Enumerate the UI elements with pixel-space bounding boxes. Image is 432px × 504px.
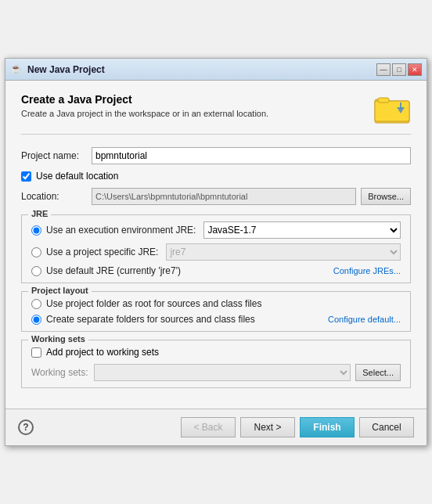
location-input [92, 188, 356, 205]
header-text: Create a Java Project Create a Java proj… [21, 93, 268, 118]
layout-option1-label: Use project folder as root for sources a… [46, 298, 261, 309]
jre-environment-select[interactable]: JavaSE-1.7 JavaSE-1.6 JavaSE-1.5 [203, 221, 401, 239]
button-bar: ? < Back Next > Finish Cancel [5, 409, 427, 445]
jre-group-title: JRE [28, 209, 51, 218]
working-sets-checkbox[interactable] [31, 347, 41, 358]
jre-specific-select: jre7 [166, 243, 401, 261]
minimize-button[interactable]: — [376, 63, 391, 76]
dialog-content: Create a Java Project Create a Java proj… [5, 81, 427, 409]
layout-option2-row: Create separate folders for sources and … [31, 314, 401, 325]
jre-option1-row: Use an execution environment JRE: JavaSE… [31, 221, 401, 239]
configure-jres-link[interactable]: Configure JREs... [333, 266, 401, 275]
help-button[interactable]: ? [18, 419, 34, 435]
working-sets-checkbox-row: Add project to working sets [31, 347, 401, 358]
layout-option1-row: Use project folder as root for sources a… [31, 298, 401, 309]
working-sets-title: Working sets [28, 334, 88, 344]
use-default-location-label: Use default location [36, 171, 118, 182]
project-name-label: Project name: [21, 150, 92, 161]
jre-option3-radio[interactable] [31, 266, 41, 276]
browse-button[interactable]: Browse... [361, 188, 411, 205]
layout-option2-label: Create separate folders for sources and … [46, 314, 255, 325]
use-default-location-checkbox[interactable] [21, 171, 31, 182]
window-title: New Java Project [27, 64, 105, 75]
working-sets-input-row: Working sets: Select... [31, 364, 401, 381]
jre-option2-label: Use a project specific JRE: [46, 247, 158, 257]
jre-option1-label: Use an execution environment JRE: [46, 225, 196, 236]
working-sets-select-button[interactable]: Select... [355, 364, 401, 381]
project-layout-group: Project layout Use project folder as roo… [21, 291, 411, 332]
window-controls: — □ ✕ [376, 63, 422, 76]
project-layout-title: Project layout [28, 286, 92, 295]
page-description: Create a Java project in the workspace o… [21, 109, 268, 118]
jre-option3-label: Use default JRE (currently 'jre7') [46, 265, 181, 276]
use-default-location-row: Use default location [21, 171, 411, 182]
svg-rect-2 [375, 101, 409, 121]
jre-option2-radio[interactable] [31, 247, 41, 257]
svg-rect-3 [378, 98, 389, 103]
window-icon: ☕ [10, 63, 23, 76]
working-sets-group: Working sets Add project to working sets… [21, 340, 411, 388]
configure-default-link[interactable]: Configure default... [328, 315, 401, 324]
cancel-button[interactable]: Cancel [359, 417, 414, 437]
project-name-input[interactable] [92, 147, 411, 164]
layout-option2-radio[interactable] [31, 315, 41, 325]
jre-option1-radio[interactable] [31, 225, 41, 236]
close-button[interactable]: ✕ [408, 63, 422, 76]
jre-group: JRE Use an execution environment JRE: Ja… [21, 214, 411, 283]
dialog-window: ☕ New Java Project — □ ✕ Create a Java P… [5, 58, 427, 446]
dialog-buttons: < Back Next > Finish Cancel [181, 417, 414, 437]
maximize-button[interactable]: □ [392, 63, 406, 76]
location-row: Location: Browse... [21, 188, 411, 205]
working-sets-select [94, 364, 351, 381]
jre-option3-row: Use default JRE (currently 'jre7') Confi… [31, 265, 401, 276]
title-bar: ☕ New Java Project — □ ✕ [5, 59, 427, 81]
finish-button[interactable]: Finish [300, 417, 355, 437]
project-name-row: Project name: [21, 147, 411, 164]
working-sets-label: Working sets: [31, 367, 94, 378]
next-button[interactable]: Next > [240, 417, 295, 437]
working-sets-checkbox-label: Add project to working sets [46, 347, 159, 358]
folder-icon [373, 93, 411, 124]
layout-option1-radio[interactable] [31, 299, 41, 309]
back-button[interactable]: < Back [181, 417, 236, 437]
header-section: Create a Java Project Create a Java proj… [21, 93, 411, 135]
jre-option2-row: Use a project specific JRE: jre7 [31, 243, 401, 261]
page-title: Create a Java Project [21, 93, 268, 106]
location-label: Location: [21, 191, 92, 202]
